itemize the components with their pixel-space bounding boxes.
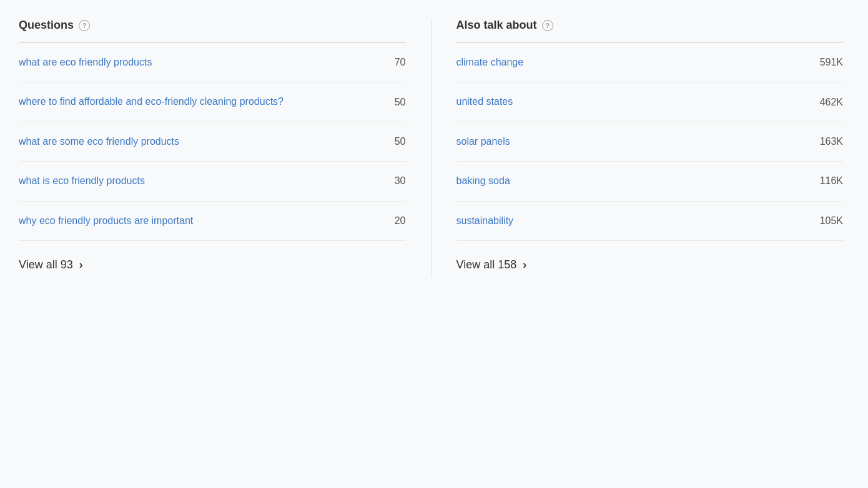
topic-value: 591K [812, 57, 843, 68]
table-row: climate change591K [456, 43, 844, 82]
table-row: baking soda116K [456, 162, 844, 201]
question-value: 30 [375, 175, 406, 187]
table-row: what is eco friendly products30 [19, 162, 406, 201]
questions-view-all-link[interactable]: View all 93 › [19, 241, 406, 278]
topic-label[interactable]: sustainability [456, 214, 812, 228]
main-container: Questions ? what are eco friendly produc… [12, 19, 856, 278]
questions-help-icon[interactable]: ? [79, 20, 90, 31]
table-row: where to find affordable and eco-friendl… [19, 82, 406, 122]
table-row: what are some eco friendly products50 [19, 122, 406, 162]
also-talk-about-title: Also talk about [456, 19, 537, 32]
question-label[interactable]: why eco friendly products are important [19, 214, 375, 228]
question-label[interactable]: what are eco friendly products [19, 56, 375, 69]
table-row: united states462K [456, 82, 844, 122]
also-talk-about-section: Also talk about ? climate change591Kunit… [431, 19, 856, 278]
question-label[interactable]: what are some eco friendly products [19, 135, 375, 149]
topic-value: 163K [812, 136, 843, 147]
question-label[interactable]: where to find affordable and eco-friendl… [19, 95, 375, 109]
question-label[interactable]: what is eco friendly products [19, 174, 375, 188]
also-talk-about-view-all-chevron: › [523, 258, 526, 271]
table-row: sustainability105K [456, 202, 844, 241]
questions-view-all-chevron: › [79, 258, 83, 271]
table-row: why eco friendly products are important2… [19, 202, 406, 241]
also-talk-about-header: Also talk about ? [456, 19, 844, 43]
table-row: solar panels163K [456, 122, 844, 162]
question-value: 70 [375, 57, 406, 68]
questions-header: Questions ? [19, 19, 406, 43]
also-talk-about-help-icon[interactable]: ? [542, 20, 553, 31]
questions-view-all-label: View all 93 [19, 258, 73, 271]
also-talk-about-view-all-link[interactable]: View all 158 › [456, 241, 844, 278]
also-talk-about-list: climate change591Kunited states462Ksolar… [456, 43, 844, 241]
topic-label[interactable]: united states [456, 95, 812, 109]
topic-value: 116K [812, 175, 843, 187]
topic-label[interactable]: climate change [456, 56, 812, 69]
questions-title: Questions [19, 19, 74, 32]
questions-list: what are eco friendly products70where to… [19, 43, 406, 241]
table-row: what are eco friendly products70 [19, 43, 406, 82]
also-talk-about-view-all-label: View all 158 [456, 258, 517, 271]
topic-value: 105K [812, 215, 843, 227]
question-value: 50 [375, 97, 406, 108]
topic-value: 462K [812, 97, 843, 108]
question-value: 20 [375, 215, 406, 227]
topic-label[interactable]: solar panels [456, 135, 812, 149]
topic-label[interactable]: baking soda [456, 174, 812, 188]
questions-section: Questions ? what are eco friendly produc… [12, 19, 431, 278]
question-value: 50 [375, 136, 406, 147]
